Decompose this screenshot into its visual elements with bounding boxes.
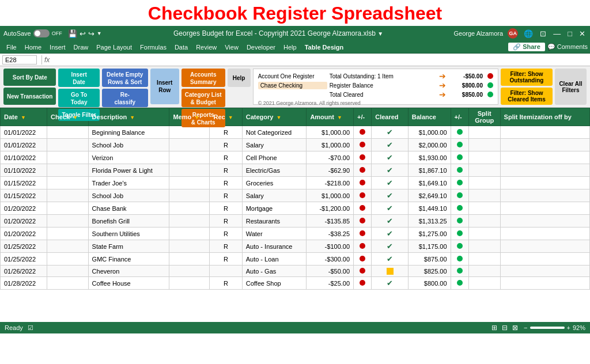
- table-cell[interactable]: -$135.85: [307, 215, 354, 227]
- table-cell[interactable]: [468, 189, 500, 202]
- table-cell[interactable]: R: [210, 177, 242, 189]
- table-cell[interactable]: [500, 177, 589, 189]
- table-cell[interactable]: [468, 126, 500, 139]
- th-split-itemization[interactable]: Split Itemization off by: [500, 108, 589, 126]
- menu-help[interactable]: Help: [279, 43, 301, 52]
- table-cell[interactable]: [451, 177, 468, 189]
- table-cell[interactable]: $1,175.00: [408, 240, 451, 253]
- table-cell[interactable]: [451, 227, 468, 240]
- table-cell[interactable]: [468, 240, 500, 253]
- table-cell[interactable]: [47, 240, 89, 253]
- table-cell[interactable]: [169, 215, 210, 227]
- table-cell[interactable]: [468, 164, 500, 177]
- maximize-icon[interactable]: □: [566, 28, 573, 39]
- table-cell[interactable]: [354, 177, 372, 189]
- table-cell[interactable]: $1,000.00: [307, 126, 354, 139]
- menu-file[interactable]: File: [2, 43, 21, 52]
- table-cell[interactable]: [451, 215, 468, 227]
- table-cell[interactable]: ✔: [372, 151, 409, 164]
- zoom-bar[interactable]: [530, 327, 565, 329]
- toolbar-redo-icon[interactable]: ↪: [87, 28, 96, 39]
- table-cell[interactable]: [354, 164, 372, 177]
- table-row[interactable]: 01/01/2022School JobRSalary$1,000.00✔$2,…: [1, 139, 590, 151]
- table-cell[interactable]: [468, 227, 500, 240]
- th-balance-pm[interactable]: +/-: [451, 108, 468, 126]
- table-row[interactable]: 01/20/2022Chase BankRMortgage-$1,200.00✔…: [1, 202, 590, 215]
- table-cell[interactable]: [169, 139, 210, 151]
- table-cell[interactable]: School Job: [88, 189, 169, 202]
- table-cell[interactable]: [354, 151, 372, 164]
- th-date[interactable]: Date ▼: [1, 108, 47, 126]
- table-cell[interactable]: $1,275.00: [408, 227, 451, 240]
- table-cell[interactable]: [169, 151, 210, 164]
- table-row[interactable]: 01/15/2022Trader Joe'sRGroceries-$218.00…: [1, 177, 590, 189]
- formula-input[interactable]: [53, 56, 588, 63]
- table-cell[interactable]: Auto - Loan: [242, 253, 307, 266]
- table-cell[interactable]: 01/25/2022: [1, 253, 47, 266]
- table-cell[interactable]: [169, 227, 210, 240]
- table-cell[interactable]: ✔: [372, 189, 409, 202]
- table-cell[interactable]: -$218.00: [307, 177, 354, 189]
- comments-button[interactable]: 💬 Comments: [547, 43, 588, 51]
- table-cell[interactable]: [451, 266, 468, 277]
- table-cell[interactable]: [468, 139, 500, 151]
- table-row[interactable]: 01/01/2022Beginning BalanceRNot Categori…: [1, 126, 590, 139]
- table-cell[interactable]: ✔: [372, 164, 409, 177]
- menu-home[interactable]: Home: [21, 43, 46, 52]
- table-cell[interactable]: R: [210, 151, 242, 164]
- table-cell[interactable]: R: [210, 253, 242, 266]
- table-cell[interactable]: [451, 253, 468, 266]
- table-cell[interactable]: [468, 177, 500, 189]
- table-cell[interactable]: [500, 227, 589, 240]
- table-cell[interactable]: School Job: [88, 139, 169, 151]
- table-cell[interactable]: $1,930.00: [408, 151, 451, 164]
- table-cell[interactable]: [451, 202, 468, 215]
- table-cell[interactable]: [500, 266, 589, 277]
- table-cell[interactable]: [354, 126, 372, 139]
- table-cell[interactable]: 01/10/2022: [1, 151, 47, 164]
- table-cell[interactable]: Restaurants: [242, 215, 307, 227]
- table-cell[interactable]: [354, 215, 372, 227]
- table-cell[interactable]: [468, 253, 500, 266]
- table-cell[interactable]: Trader Joe's: [88, 177, 169, 189]
- table-cell[interactable]: ✔: [372, 227, 409, 240]
- table-cell[interactable]: -$1,200.00: [307, 202, 354, 215]
- table-cell[interactable]: [468, 277, 500, 290]
- table-cell[interactable]: -$50.00: [307, 266, 354, 277]
- insert-row-button[interactable]: Insert Row: [150, 69, 179, 104]
- table-cell[interactable]: R: [210, 126, 242, 139]
- table-row[interactable]: 01/28/2022Coffee HouseRCoffee Shop-$25.0…: [1, 277, 590, 290]
- minimize-icon[interactable]: —: [552, 28, 562, 39]
- go-to-today-button[interactable]: Go To Today: [58, 89, 99, 107]
- table-cell[interactable]: R: [210, 227, 242, 240]
- table-cell[interactable]: Groceries: [242, 177, 307, 189]
- menu-insert[interactable]: Insert: [46, 43, 70, 52]
- table-cell[interactable]: -$70.00: [307, 151, 354, 164]
- toolbar-more-icon[interactable]: ▼: [96, 29, 103, 37]
- table-cell[interactable]: R: [210, 139, 242, 151]
- table-cell[interactable]: [47, 277, 89, 290]
- table-row[interactable]: 01/10/2022VerizonRCell Phone-$70.00✔$1,9…: [1, 151, 590, 164]
- help-button[interactable]: Help: [228, 69, 251, 87]
- share-button[interactable]: 🔗 Share: [508, 43, 545, 51]
- table-cell[interactable]: Florida Power & Light: [88, 164, 169, 177]
- filter-show-cleared-button[interactable]: Filter: Show Cleared Items: [501, 88, 553, 105]
- table-cell[interactable]: -$300.00: [307, 253, 354, 266]
- table-row[interactable]: 01/20/2022Bonefish GrillRRestaurants-$13…: [1, 215, 590, 227]
- table-cell[interactable]: [500, 240, 589, 253]
- menu-page-layout[interactable]: Page Layout: [92, 43, 136, 52]
- th-category[interactable]: Category ▼: [242, 108, 307, 126]
- table-cell[interactable]: [47, 202, 89, 215]
- table-cell[interactable]: ✔: [372, 202, 409, 215]
- table-cell[interactable]: Chase Bank: [88, 202, 169, 215]
- accounts-summary-button[interactable]: Accounts Summary: [181, 69, 225, 87]
- toolbar-undo-icon[interactable]: ↩: [78, 28, 87, 39]
- register-table-wrapper[interactable]: Date ▼ Check ▼ Description ▼ Memo ▼ Rec …: [0, 108, 590, 322]
- table-cell[interactable]: [451, 189, 468, 202]
- table-cell[interactable]: Cell Phone: [242, 151, 307, 164]
- menu-draw[interactable]: Draw: [70, 43, 93, 52]
- table-cell[interactable]: [468, 266, 500, 277]
- restore-icon[interactable]: ⊡: [539, 28, 547, 39]
- table-cell[interactable]: $1,000.00: [408, 126, 451, 139]
- table-row[interactable]: 01/25/2022State FarmRAuto - Insurance-$1…: [1, 240, 590, 253]
